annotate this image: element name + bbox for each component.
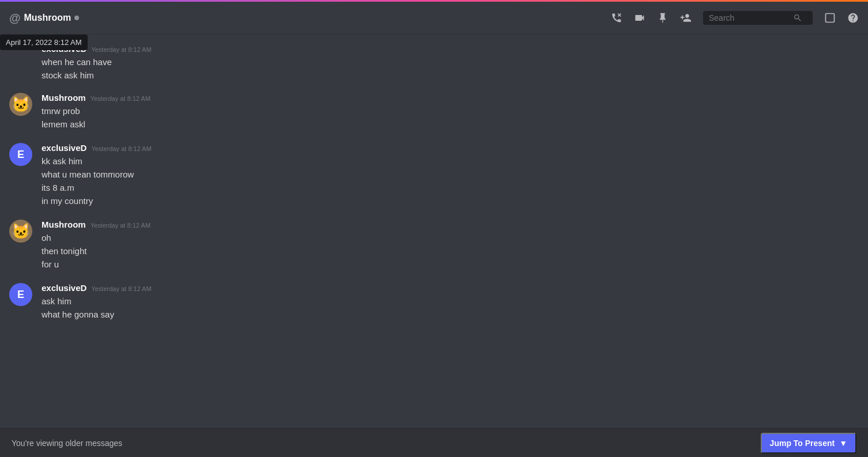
message-header: Mushroom Yesterday at 8:12 AM [42, 220, 859, 229]
at-icon: @ [9, 12, 21, 25]
header-icons [611, 11, 859, 25]
avatar-letter: E [17, 289, 24, 301]
message-group: 🐱 Mushroom Yesterday at 8:12 AM tmrw pro… [9, 93, 859, 131]
avatar-mushroom: 🐱 [9, 220, 32, 243]
message-line: what u mean tommorow [42, 168, 859, 180]
video-call-icon[interactable] [634, 12, 645, 24]
avatar-exclusive: E [9, 143, 32, 166]
search-box[interactable] [703, 11, 813, 25]
message-line: kk ask him [42, 155, 859, 167]
message-header: Mushroom Yesterday at 8:12 AM [42, 93, 859, 103]
jump-to-present-label: Jump To Present [770, 439, 835, 448]
message-author-exclusive: exclusiveD [42, 283, 87, 293]
chevron-down-icon: ▼ [839, 439, 847, 448]
message-line: then tonight [42, 245, 859, 257]
avatar-letter: E [17, 149, 24, 161]
inbox-icon[interactable] [824, 12, 836, 24]
bottom-bar: You're viewing older messages Jump To Pr… [0, 428, 868, 457]
message-header: exclusiveD Yesterday at 8:12 AM [42, 143, 859, 153]
message-timestamp: Yesterday at 8:12 AM [91, 285, 151, 292]
message-author-mushroom: Mushroom [42, 220, 86, 229]
channel-name: Mushroom [24, 13, 72, 23]
message-content: exclusiveD Yesterday at 8:12 AM kk ask h… [42, 143, 859, 208]
search-icon [793, 13, 802, 22]
message-group-partial: exclusiveD Yesterday at 8:12 AM when he … [9, 44, 859, 81]
message-line: in my country [42, 195, 859, 207]
message-group: 🐱 Mushroom Yesterday at 8:12 AM oh then … [9, 220, 859, 271]
message-timestamp: Yesterday at 8:12 AM [91, 145, 151, 152]
svg-rect-2 [826, 14, 835, 22]
avatar-mushroom: 🐱 [9, 93, 32, 116]
messages-area[interactable]: exclusiveD Yesterday at 8:12 AM when he … [0, 35, 868, 428]
message-line: oh [42, 232, 859, 244]
avatar-exclusive: E [9, 283, 32, 306]
message-author-exclusive: exclusiveD [42, 143, 87, 153]
message-line: what he gonna say [42, 308, 859, 320]
online-indicator [74, 16, 79, 20]
message-timestamp: Yesterday at 8:12 AM [91, 95, 151, 102]
help-icon[interactable] [847, 12, 859, 24]
message-group: E exclusiveD Yesterday at 8:12 AM ask hi… [9, 283, 859, 322]
message-timestamp: Yesterday at 8:12 AM [91, 222, 151, 229]
message-author-mushroom: Mushroom [42, 93, 86, 103]
add-member-icon[interactable] [680, 12, 692, 24]
message-header-partial: exclusiveD Yesterday at 8:12 AM [42, 44, 859, 54]
header: @ Mushroom [0, 2, 868, 35]
message-group: E exclusiveD Yesterday at 8:12 AM kk ask… [9, 143, 859, 208]
pinned-messages-icon[interactable] [657, 12, 668, 24]
message-line: tmrw prob [42, 105, 859, 117]
message-header: exclusiveD Yesterday at 8:12 AM [42, 283, 859, 293]
voice-call-icon[interactable] [611, 12, 622, 24]
message-line: its 8 a.m [42, 182, 859, 194]
message-line: lemem askl [42, 118, 859, 130]
message-line: when he can have [42, 56, 859, 68]
channel-title-area: @ Mushroom [9, 12, 604, 25]
message-timestamp: Yesterday at 8:12 AM [91, 46, 151, 53]
message-content: Mushroom Yesterday at 8:12 AM tmrw prob … [42, 93, 859, 131]
message-line: for u [42, 258, 859, 270]
jump-to-present-button[interactable]: Jump To Present ▼ [761, 433, 856, 454]
message-line: stock ask him [42, 69, 859, 81]
message-line: ask him [42, 295, 859, 307]
timestamp-tooltip: April 17, 2022 8:12 AM [0, 35, 88, 50]
message-content: exclusiveD Yesterday at 8:12 AM ask him … [42, 283, 859, 322]
message-content: Mushroom Yesterday at 8:12 AM oh then to… [42, 220, 859, 271]
search-input[interactable] [709, 13, 790, 22]
viewing-older-label: You're viewing older messages [12, 439, 122, 448]
